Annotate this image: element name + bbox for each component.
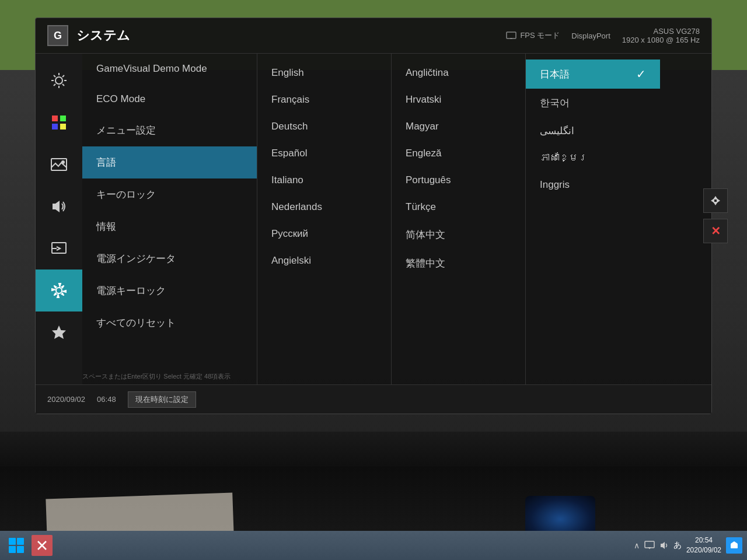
menu-item-info[interactable]: 情報 (82, 211, 257, 243)
selected-checkmark: ✓ (636, 67, 646, 81)
svg-line-10 (62, 75, 64, 77)
lang-traditional-chinese[interactable]: 繁體中文 (392, 249, 525, 278)
sidebar-item-system[interactable] (36, 270, 82, 312)
svg-marker-22 (52, 326, 66, 339)
taskbar-app-button[interactable] (32, 535, 53, 556)
lang-inggris[interactable]: Inggris (526, 172, 660, 198)
svg-rect-29 (9, 546, 16, 553)
set-current-time-button[interactable]: 現在時刻に設定 (128, 391, 196, 408)
nav-arrows-icon (710, 195, 721, 206)
nav-close-button[interactable]: ✕ (703, 219, 728, 243)
taskbar-left (5, 535, 53, 556)
sound-icon (50, 198, 68, 215)
tray-chevron[interactable]: ∧ (634, 541, 640, 550)
image-icon (50, 156, 68, 173)
system-icon (50, 282, 68, 299)
taskbar-time: 20:54 (686, 536, 721, 545)
svg-rect-0 (507, 32, 516, 38)
menu-item-key-lock[interactable]: キーのロック (82, 178, 257, 211)
lang-simplified-chinese[interactable]: 简体中文 (392, 220, 525, 249)
lang-magyar[interactable]: Magyar (392, 113, 525, 140)
current-date: 2020/09/02 (47, 395, 85, 404)
menu-item-gamevisual[interactable]: GameVisual Demo Mode (82, 54, 257, 84)
svg-rect-37 (731, 544, 738, 548)
svg-marker-18 (53, 201, 60, 212)
menu-item-eco[interactable]: ECO Mode (82, 84, 257, 114)
language-column-1: English Français Deutsch Español Italian… (257, 54, 392, 411)
osd-overlay: G システム FPS モード DisplayPort ASUS VG278 19… (35, 18, 712, 414)
svg-line-9 (62, 84, 64, 86)
lang-engleza[interactable]: Engleză (392, 140, 525, 167)
svg-marker-25 (711, 198, 714, 203)
sidebar-item-input[interactable] (36, 228, 82, 270)
menu-item-reset-all[interactable]: すべてのリセット (82, 307, 257, 339)
svg-line-11 (54, 84, 55, 86)
svg-marker-26 (717, 198, 720, 203)
svg-rect-15 (60, 124, 66, 130)
star-icon (50, 324, 68, 341)
windows-logo-icon (8, 537, 25, 554)
color-icon (50, 114, 68, 131)
osd-hint: スペースまたはEnter区切り Select 元確定 48項表示 (82, 372, 231, 381)
sidebar-item-brightness[interactable] (36, 60, 82, 102)
menu-item-menu-settings[interactable]: メニュー設定 (82, 114, 257, 146)
svg-line-8 (54, 75, 55, 77)
menu-item-power-indicator[interactable]: 電源インジケータ (82, 243, 257, 275)
monitor-small-icon (506, 32, 516, 40)
notification-button[interactable] (726, 537, 742, 554)
osd-bottom-bar: 2020/09/02 06:48 現在時刻に設定 (36, 384, 711, 414)
input-icon (50, 240, 68, 257)
tray-monitor-icon (644, 541, 655, 550)
lang-nederlands[interactable]: Nederlands (257, 194, 391, 220)
osd-content: GameVisual Demo Mode ECO Mode メニュー設定 言語 … (36, 54, 711, 411)
current-time: 06:48 (97, 395, 116, 404)
tray-sound-icon (659, 541, 669, 550)
brightness-icon (50, 72, 68, 89)
taskbar-clock: 20:54 2020/09/02 (686, 536, 721, 555)
taskbar-right: ∧ あ 20:54 2020/09/02 (634, 536, 742, 555)
close-app-icon (36, 539, 48, 552)
lang-espanol[interactable]: Español (257, 140, 391, 167)
osd-info-right: FPS モード DisplayPort ASUS VG278 1920 x 10… (506, 27, 700, 44)
lang-portugues[interactable]: Português (392, 167, 525, 194)
asus-logo: G (47, 25, 68, 46)
osd-right-nav: ✕ (703, 188, 728, 243)
sidebar-icons (36, 54, 82, 411)
svg-rect-12 (52, 116, 58, 121)
lang-turkce[interactable]: Türkçe (392, 194, 525, 220)
notification-icon (730, 541, 738, 550)
sidebar-item-favorites[interactable] (36, 312, 82, 354)
language-column-2: Angličtina Hrvatski Magyar Engleză Portu… (392, 54, 526, 411)
svg-rect-27 (9, 538, 16, 545)
sidebar-item-sound[interactable] (36, 186, 82, 228)
lang-japanese[interactable]: 日本語 ✓ (526, 60, 660, 89)
lang-angielski[interactable]: Angielski (257, 247, 391, 274)
connection-label: DisplayPort (571, 32, 610, 40)
menu-area: GameVisual Demo Mode ECO Mode メニュー設定 言語 … (82, 54, 711, 411)
lang-khmer[interactable]: ភាសាខ្មែរ (526, 145, 660, 172)
menu-item-language[interactable]: 言語 (82, 146, 257, 178)
start-button[interactable] (5, 535, 28, 556)
svg-point-3 (55, 77, 62, 84)
sidebar-item-color[interactable] (36, 102, 82, 144)
svg-marker-36 (661, 542, 665, 549)
menu-item-power-key-lock[interactable]: 電源キーロック (82, 275, 257, 307)
svg-rect-13 (60, 116, 66, 121)
svg-marker-38 (731, 541, 738, 544)
lang-russian[interactable]: Русский (257, 220, 391, 247)
lang-english[interactable]: English (257, 60, 391, 86)
lang-anglictina[interactable]: Angličtina (392, 60, 525, 86)
lang-farsi[interactable]: انگلیسی (526, 117, 660, 145)
osd-title: システム (76, 27, 130, 44)
language-indicator[interactable]: あ (673, 540, 682, 551)
fps-indicator: FPS モード (506, 30, 560, 41)
nav-up-down-button[interactable] (703, 188, 728, 213)
lang-korean[interactable]: 한국어 (526, 89, 660, 117)
taskbar-date: 2020/09/02 (686, 545, 721, 555)
sidebar-item-image[interactable] (36, 144, 82, 186)
lang-francais[interactable]: Français (257, 86, 391, 113)
lang-deutsch[interactable]: Deutsch (257, 113, 391, 140)
lang-hrvatski[interactable]: Hrvatski (392, 86, 525, 113)
lang-italiano[interactable]: Italiano (257, 167, 391, 194)
svg-rect-30 (17, 546, 24, 553)
